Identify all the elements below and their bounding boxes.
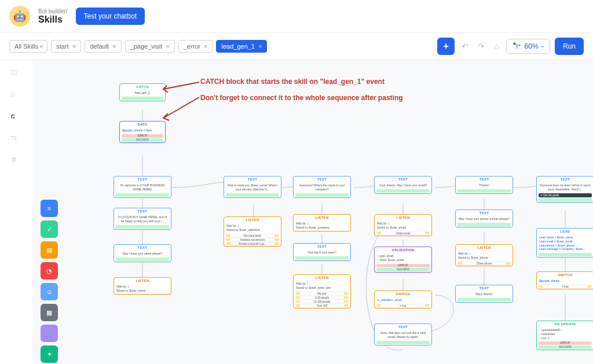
node-c3-text1[interactable]: TEXTAwesome! What's the name of your com… [293,176,351,198]
node-c1-text2[interactable]: TEXTI'm [YOUR BOT NAME HERE], and I'll b… [114,208,171,230]
palette-list-icon[interactable]: ▤ [41,241,58,259]
palette-text-icon[interactable]: ≡ [41,200,58,217]
node-c4-text-err[interactable]: TEXTSorry, that does not look like a val… [374,323,432,345]
breadcrumb: Bot builder/ [38,8,68,14]
binoculars-icon: 🔭 [513,42,521,50]
tab-error[interactable]: _error× [178,40,213,53]
tab-default[interactable]: default× [85,40,121,53]
undo-icon[interactable]: ↶ [459,42,471,51]
palette-calc-icon[interactable]: ▦ [41,304,58,321]
test-chatbot-button[interactable]: Test your chatbot [76,8,145,25]
tab-page-visit[interactable]: _page_visit× [125,40,175,53]
run-button[interactable]: Run [555,38,584,55]
node-c3-text2[interactable]: TEXTHow big is your team? [293,243,351,261]
node-c4-text1[interactable]: TEXTCool, thanks. May I have your email? [374,176,432,194]
node-c5-text1[interactable]: TEXTThanks! [455,176,513,194]
node-c6-switch[interactable]: SWITCH $google_sheets = true [536,271,593,289]
node-c6-text1[interactable]: TEXTSomeone from my team will be in touc… [536,176,593,203]
node-palette: ≡ ✓ ▤ ◔ ☺ ▦ 🛒 ✶ [41,200,58,363]
annotation-connect: Don't forget to connect it to the whole … [200,94,403,102]
nav-settings-icon[interactable]: ⚙ [11,156,21,167]
node-c1-text1[interactable]: TEXTHi, welcome to [YOUR BUSINESS NAME H… [114,176,171,198]
palette-cart-icon[interactable]: 🛒 [41,325,58,342]
redo-icon[interactable]: ↷ [475,42,487,51]
annotation-catch: CATCH block that starts the skill on "le… [200,78,385,86]
nav-chat-icon[interactable]: ⌷ [11,90,21,101]
nav-skills-icon[interactable]: ⎌ [11,112,21,123]
nav-analytics-icon[interactable]: ◫ [11,68,21,79]
node-c5-text3[interactable]: TEXTMany thanks! [455,285,513,303]
palette-user-icon[interactable]: ☺ [41,283,58,300]
zoom-control[interactable]: 🔭 60%› [506,39,550,54]
palette-check-icon[interactable]: ✓ [41,220,58,238]
node-c5-text2[interactable]: TEXTMay I have your phone number please? [455,209,513,227]
filter-all-skills[interactable]: All Skills› [9,40,47,53]
node-c4-validation[interactable]: VALIDATION – type: email – value: $user_… [374,247,432,273]
add-button[interactable]: + [437,38,455,55]
page-title: Skills [38,14,68,25]
tab-start[interactable]: start× [51,40,81,53]
node-c1-text3[interactable]: TEXTMay I have your name please? [114,244,171,262]
home-icon[interactable]: ⌂ [492,42,501,51]
node-c2-text1[interactable]: TEXTNice to meet you, $user_name! What's… [224,176,281,198]
node-c1-listen[interactable]: LISTEN Wait for: |Saved to: $user_name [114,277,171,295]
node-c2-listen[interactable]: LISTEN Wait for: |Saved to: $user_object… [224,216,281,247]
node-c5-listen[interactable]: LISTEN Wait for: |Saved to: $user_phone … [455,244,513,266]
node-c4-listen[interactable]: LISTEN Wait for: |Saved to: $user_email … [374,214,432,236]
tab-lead-gen-1[interactable]: lead_gen_1× [216,40,267,53]
nav-broadcast-icon[interactable]: ◹ [11,134,21,145]
node-data[interactable]: DATA $google_sheets = false ERROR SUCCES… [119,121,166,143]
node-c6-lead[interactable]: LEAD Lead name = $user_nameLead email = … [536,228,593,258]
node-c3-listen2[interactable]: LISTEN Wait for: |Saved to: $user_team_s… [293,274,351,308]
node-c6-gs-update[interactable]: GS UPDATE – spreadsheetID: ...– workshee… [536,321,593,350]
node-c4-switch[interactable]: SWITCH ①_validation_result = true [374,291,432,308]
palette-link-icon[interactable]: ✶ [41,345,58,363]
node-catch[interactable]: CATCH lead_gen_1 [119,83,166,101]
node-c3-listen1[interactable]: LISTEN Wait for: |Saved to: $user_compan… [293,214,351,231]
app-logo: 🤖 [9,6,30,27]
palette-timer-icon[interactable]: ◔ [41,262,58,280]
